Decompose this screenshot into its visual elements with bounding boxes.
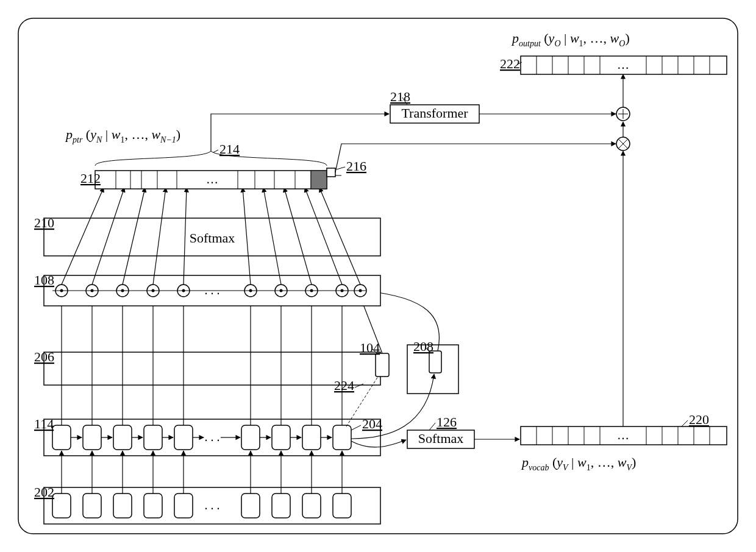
svg-rect-18 <box>174 425 193 450</box>
ref-208: 208 <box>413 339 433 354</box>
mult-node <box>616 137 630 150</box>
ref-114: 114 <box>34 416 54 431</box>
svg-rect-42 <box>429 351 441 373</box>
ref-224: 224 <box>334 378 354 393</box>
transformer-label: Transformer <box>401 105 468 121</box>
context-block <box>44 352 380 385</box>
ptr-row: … <box>95 171 327 189</box>
svg-rect-8 <box>174 494 193 518</box>
svg-rect-98 <box>311 171 327 189</box>
svg-rect-14 <box>52 425 71 450</box>
ref-126: 126 <box>437 414 457 430</box>
svg-text:…: … <box>617 58 629 71</box>
svg-rect-10 <box>272 494 290 518</box>
ref-104: 104 <box>360 340 380 355</box>
ref-108: 108 <box>34 272 54 288</box>
input-row: . . . <box>44 487 380 524</box>
svg-rect-21 <box>302 425 321 450</box>
ref-206: 206 <box>34 349 54 364</box>
ref-220: 220 <box>689 412 709 427</box>
svg-rect-7 <box>144 494 162 518</box>
svg-rect-4 <box>52 494 71 518</box>
plus-node <box>616 107 630 121</box>
softmax-right-label: Softmax <box>418 431 464 446</box>
ref-214: 214 <box>219 141 240 157</box>
switch-216 <box>327 168 335 177</box>
svg-rect-6 <box>113 494 132 518</box>
svg-rect-5 <box>83 494 101 518</box>
svg-text:…: … <box>206 172 218 186</box>
block-104 <box>376 353 389 377</box>
ellipsis-rnn: . . . <box>205 430 220 444</box>
softmax-top-label: Softmax <box>190 230 235 246</box>
ref-204: 204 <box>362 416 382 431</box>
ref-216: 216 <box>346 158 366 174</box>
svg-rect-19 <box>241 425 260 450</box>
svg-rect-11 <box>302 494 321 518</box>
ref-218: 218 <box>390 89 410 104</box>
svg-rect-9 <box>241 494 260 518</box>
svg-rect-15 <box>83 425 101 450</box>
svg-rect-17 <box>144 425 162 450</box>
svg-rect-12 <box>333 494 351 518</box>
ref-202: 202 <box>34 484 54 500</box>
ellipsis-input: . . . <box>205 498 220 512</box>
dot-row: . . . <box>44 275 380 306</box>
svg-text:…: … <box>617 428 629 442</box>
vocab-row: … <box>521 426 727 445</box>
svg-rect-16 <box>113 425 132 450</box>
ref-222: 222 <box>500 56 520 71</box>
ref-212: 212 <box>80 171 101 186</box>
output-row: … <box>521 56 727 74</box>
svg-rect-20 <box>272 425 290 450</box>
svg-rect-22 <box>333 425 351 450</box>
svg-text:. . .: . . . <box>205 283 220 297</box>
ref-210: 210 <box>34 215 54 230</box>
diagram-canvas: . . . 202 . . . 114 204 206 104 224 208 <box>0 0 756 552</box>
